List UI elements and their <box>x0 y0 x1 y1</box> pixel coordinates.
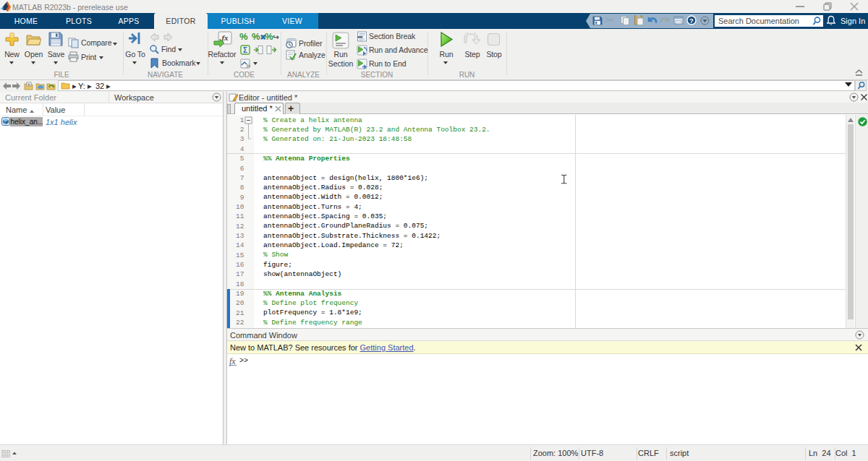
svg-text:fx: fx <box>221 33 229 42</box>
svg-text:?: ? <box>689 17 694 25</box>
svg-text:Σ: Σ <box>243 46 247 54</box>
svg-text:fx: fx <box>247 63 250 69</box>
